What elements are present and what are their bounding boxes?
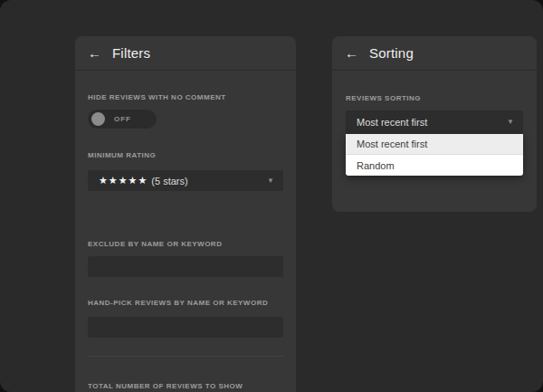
dropdown-option-random[interactable]: Random xyxy=(346,155,523,176)
minimum-rating-value: (5 stars) xyxy=(151,176,187,186)
filters-panel-title: Filters xyxy=(112,45,150,61)
filters-panel: ← Filters HIDE REVIEWS WITH NO COMMENT O… xyxy=(75,36,296,392)
hide-no-comment-toggle[interactable]: OFF xyxy=(88,110,157,129)
exclude-keyword-label: EXCLUDE BY NAME OR KEYWORD xyxy=(88,240,283,248)
dropdown-option-most-recent[interactable]: Most recent first xyxy=(346,134,523,155)
filters-panel-header: ← Filters xyxy=(75,36,296,71)
total-reviews-label: TOTAL NUMBER OF REVIEWS TO SHOW xyxy=(88,382,283,390)
sorting-panel-body: REVIEWS SORTING Most recent first ▼ Most… xyxy=(332,71,537,176)
section-divider xyxy=(88,356,283,357)
reviews-sorting-select[interactable]: Most recent first ▼ xyxy=(346,110,523,134)
hide-no-comment-label: HIDE REVIEWS WITH NO COMMENT xyxy=(88,93,283,101)
sorting-panel-header: ← Sorting xyxy=(332,36,537,71)
minimum-rating-select[interactable]: ★★★★★ (5 stars) ▼ xyxy=(88,170,283,191)
hand-pick-input[interactable] xyxy=(88,317,283,338)
sorting-panel: ← Sorting REVIEWS SORTING Most recent fi… xyxy=(332,36,537,212)
reviews-sorting-dropdown-menu: Most recent first Random xyxy=(346,134,523,176)
minimum-rating-label: MINIMUM RATING xyxy=(88,151,283,159)
back-arrow-icon[interactable]: ← xyxy=(345,46,359,60)
toggle-knob-icon xyxy=(91,112,105,126)
chevron-down-icon: ▼ xyxy=(507,119,514,126)
reviews-sorting-value: Most recent first xyxy=(357,117,427,128)
filters-panel-body: HIDE REVIEWS WITH NO COMMENT OFF MINIMUM… xyxy=(75,71,296,390)
widget-settings-window: ← Filters HIDE REVIEWS WITH NO COMMENT O… xyxy=(0,0,543,392)
hand-pick-label: HAND-PICK REVIEWS BY NAME OR KEYWORD xyxy=(88,299,283,307)
back-arrow-icon[interactable]: ← xyxy=(88,46,102,60)
chevron-down-icon: ▼ xyxy=(267,177,274,185)
toggle-state-label: OFF xyxy=(114,115,131,123)
exclude-keyword-input[interactable] xyxy=(88,256,283,277)
sorting-panel-title: Sorting xyxy=(369,45,414,61)
reviews-sorting-label: REVIEWS SORTING xyxy=(346,94,523,102)
stars-icon: ★★★★★ xyxy=(99,175,148,186)
